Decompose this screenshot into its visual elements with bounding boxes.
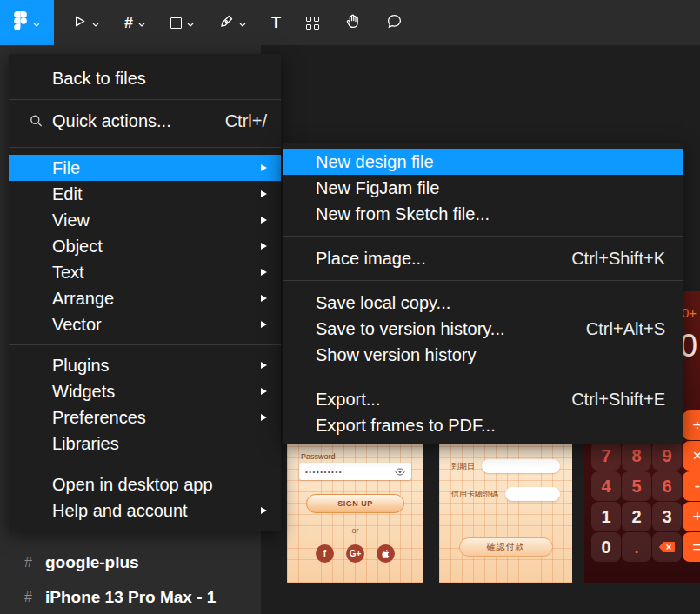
menu-divider <box>9 99 281 100</box>
menu-item-libraries[interactable]: Libraries <box>9 430 281 457</box>
submenu-arrow-icon <box>261 190 267 197</box>
calc-key-4: 4 <box>591 471 621 501</box>
menu-item-label: Show version history <box>316 345 477 365</box>
submenu-item-place-image[interactable]: Place image... Ctrl+Shift+K <box>283 245 683 271</box>
rectangle-tool-icon <box>170 17 182 29</box>
menu-item-label: Open in desktop app <box>52 475 213 495</box>
calc-key-7: 7 <box>591 441 621 471</box>
calc-key-3: 3 <box>652 502 682 531</box>
calc-key-8: 8 <box>622 441 651 471</box>
hand-tool-button[interactable] <box>338 0 367 45</box>
comment-bubble-icon <box>386 13 403 33</box>
menu-item-plugins[interactable]: Plugins <box>9 352 281 378</box>
submenu-item-export-frames-to-pdf[interactable]: Export frames to PDF... <box>283 412 683 438</box>
apple-icon <box>377 544 395 563</box>
menu-item-widgets[interactable]: Widgets <box>9 378 281 404</box>
submenu-arrow-icon <box>261 164 267 171</box>
calc-key-divide: ÷ <box>683 410 700 440</box>
calc-key-0: 0 <box>591 532 621 562</box>
shortcut-label: Ctrl+/ <box>225 111 267 131</box>
facebook-icon: f <box>316 544 334 563</box>
resources-tool-button[interactable] <box>300 0 325 45</box>
menu-item-preferences[interactable]: Preferences <box>9 404 281 430</box>
menu-item-label: New FigJam file <box>316 178 439 198</box>
toolbar: # T <box>0 0 700 45</box>
shape-tool-button[interactable] <box>164 0 200 45</box>
menu-divider <box>9 344 281 345</box>
password-dots: •••••••••• <box>305 468 343 476</box>
calc-key-2: 2 <box>622 502 651 531</box>
submenu-arrow-icon <box>261 217 267 224</box>
pen-tool-button[interactable] <box>213 0 252 45</box>
layer-name: iPhone 13 Pro Max - 1 <box>45 588 216 607</box>
chevron-down-icon[interactable] <box>138 15 145 30</box>
submenu-item-show-version-history[interactable]: Show version history <box>283 342 683 368</box>
menu-item-label: Save to version history... <box>316 319 505 339</box>
password-label: Password <box>301 452 336 461</box>
move-tool-button[interactable] <box>66 0 105 45</box>
submenu-arrow-icon <box>261 269 267 276</box>
calc-key-5: 5 <box>622 471 651 501</box>
hand-tool-icon <box>344 13 361 33</box>
submenu-item-new-from-sketch-file[interactable]: New from Sketch file... <box>283 201 683 227</box>
figma-logo-icon <box>14 11 27 34</box>
menu-item-label: Object <box>52 237 103 257</box>
menu-divider <box>283 236 683 237</box>
eye-icon <box>395 464 405 479</box>
chevron-down-icon[interactable] <box>239 15 246 30</box>
menu-item-object[interactable]: Object <box>9 233 281 259</box>
google-plus-icon: G+ <box>346 544 364 563</box>
move-tool-icon <box>72 14 87 32</box>
menu-item-edit[interactable]: Edit <box>9 181 281 207</box>
submenu-arrow-icon <box>261 321 267 328</box>
calc-key-9: 9 <box>652 441 682 471</box>
frame-tool-button[interactable]: # <box>118 0 151 45</box>
chevron-down-icon[interactable] <box>92 15 99 30</box>
menu-item-label: New design file <box>316 152 434 172</box>
menu-item-arrange[interactable]: Arrange <box>9 285 281 311</box>
layer-row-google-plus[interactable]: # google-plus <box>0 550 261 576</box>
expiry-row: 到期日 <box>451 459 560 473</box>
signup-button-mock: SIGN UP <box>306 494 404 513</box>
menu-item-vector[interactable]: Vector <box>9 311 281 337</box>
comment-tool-button[interactable] <box>380 0 409 45</box>
calc-key-1: 1 <box>591 502 621 531</box>
layer-row-iphone-13[interactable]: # iPhone 13 Pro Max - 1 <box>0 584 261 611</box>
menu-item-open-in-desktop-app[interactable]: Open in desktop app <box>9 471 281 497</box>
submenu-item-new-figjam-file[interactable]: New FigJam file <box>283 175 683 201</box>
text-tool-button[interactable]: T <box>265 0 287 45</box>
resources-icon <box>306 17 319 30</box>
pen-tool-icon <box>219 14 234 32</box>
menu-item-back-to-files[interactable]: Back to files <box>9 59 281 97</box>
chevron-down-icon[interactable] <box>187 15 194 30</box>
submenu-item-new-design-file[interactable]: New design file <box>283 149 683 175</box>
menu-item-label: Back to files <box>52 69 146 89</box>
menu-item-view[interactable]: View <box>9 207 281 233</box>
menu-item-label: Arrange <box>52 289 114 309</box>
menu-item-quick-actions[interactable]: Quick actions... Ctrl+/ <box>9 102 281 140</box>
menu-item-text[interactable]: Text <box>9 259 281 285</box>
submenu-item-save-to-version-history[interactable]: Save to version history... Ctrl+Alt+S <box>283 316 683 342</box>
submenu-item-save-local-copy[interactable]: Save local copy... <box>283 290 683 316</box>
social-buttons-row: f G+ <box>287 544 423 563</box>
menu-divider <box>283 377 683 377</box>
shortcut-label: Ctrl+Shift+E <box>571 390 665 410</box>
layer-name: google-plus <box>45 553 139 572</box>
submenu-item-export[interactable]: Export... Ctrl+Shift+E <box>283 386 683 412</box>
menu-item-label: Help and account <box>52 501 188 521</box>
menu-item-label: Save local copy... <box>316 293 450 313</box>
menu-item-help-and-account[interactable]: Help and account <box>9 497 281 524</box>
menu-item-label: Preferences <box>52 408 146 428</box>
submenu-arrow-icon <box>261 388 267 395</box>
menu-item-label: View <box>52 210 90 230</box>
calc-key-equals: = <box>683 532 700 562</box>
figma-menu-button[interactable] <box>0 0 54 45</box>
menu-item-label: New from Sketch file... <box>316 204 490 224</box>
submenu-arrow-icon <box>261 362 267 369</box>
chevron-down-icon <box>33 15 40 30</box>
text-tool-icon: T <box>271 14 281 32</box>
frame-hash-icon: # <box>24 555 35 571</box>
menu-item-file[interactable]: File <box>9 155 281 181</box>
confirm-payment-button-mock: 確認付款 <box>459 537 553 557</box>
cvc-field-mock <box>505 487 560 501</box>
